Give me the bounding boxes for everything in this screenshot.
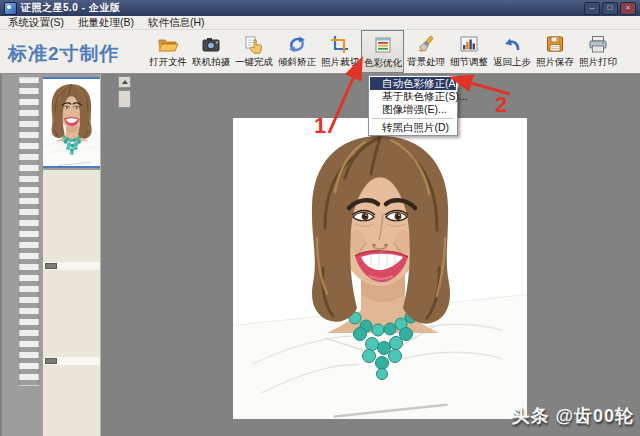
thumbnail-portrait — [43, 79, 100, 166]
workspace: 头条 @齿00轮 — [0, 74, 640, 436]
menu-item-image-enhance[interactable]: 图像增强(E)... — [370, 103, 456, 116]
scrollbar-thumb[interactable] — [118, 90, 131, 108]
filmstrip-empty-slot[interactable] — [43, 270, 100, 357]
toolbar-label: 照片打印 — [579, 55, 617, 68]
slot-handle — [45, 358, 57, 364]
menu-item-skin-tone-correct[interactable]: 基于肤色修正(S)... — [370, 90, 456, 103]
watermark-text: 头条 @齿00轮 — [511, 404, 634, 428]
toolbar-button-open-file[interactable]: 打开文件 — [146, 30, 189, 73]
scroll-up-button[interactable] — [118, 76, 131, 88]
detail-histogram-icon — [458, 33, 480, 54]
menu-separator — [372, 118, 454, 119]
app-icon — [4, 2, 17, 15]
toolbar-label: 返回上步 — [493, 55, 531, 68]
one-click-icon — [243, 33, 265, 54]
toolbar-button-color-optimize[interactable]: 色彩优化 — [361, 30, 404, 73]
toolbar-label: 打开文件 — [149, 55, 187, 68]
filmstrip-sidebar — [2, 74, 101, 436]
crop-icon — [329, 33, 351, 54]
toolbar-label: 色彩优化 — [364, 56, 402, 69]
toolbar-label: 细节调整 — [450, 55, 488, 68]
menu-item-convert-bw[interactable]: 转黑白照片(D) — [370, 121, 456, 134]
menu-software-info[interactable]: 软件信息(H) — [148, 16, 205, 30]
window-controls: – □ × — [584, 2, 636, 15]
toolbar-button-undo-step[interactable]: 返回上步 — [490, 30, 533, 73]
toolbar-button-photo-crop[interactable]: 照片裁切 — [318, 30, 361, 73]
toolbar-label: 倾斜矫正 — [278, 55, 316, 68]
camera-icon — [200, 33, 222, 54]
portrait-photo — [233, 118, 527, 419]
open-folder-icon — [157, 33, 179, 54]
filmstrip-empty-slot[interactable] — [43, 170, 100, 262]
toolbar-button-save-photo[interactable]: 照片保存 — [533, 30, 576, 73]
toolbar-button-print-photo[interactable]: 照片打印 — [576, 30, 619, 73]
app-window: 证照之星5.0 - 企业版 – □ × 系统设置(S) 批量处理(B) 软件信息… — [0, 0, 640, 436]
filmstrip-empty-slot[interactable] — [43, 365, 100, 436]
maximize-button[interactable]: □ — [602, 2, 618, 15]
photo-canvas[interactable] — [233, 118, 527, 419]
toolbar-label: 照片裁切 — [321, 55, 359, 68]
color-optimize-dropdown: 自动色彩修正(A) 基于肤色修正(S)... 图像增强(E)... 转黑白照片(… — [368, 75, 458, 136]
close-button[interactable]: × — [620, 2, 636, 15]
photo-thumbnail-selected[interactable] — [43, 77, 100, 168]
toolbar-label: 联机拍摄 — [192, 55, 230, 68]
window-title: 证照之星5.0 - 企业版 — [21, 1, 120, 15]
filmstrip-slots — [43, 74, 100, 436]
tilt-correct-icon — [286, 33, 308, 54]
toolbar-label: 照片保存 — [536, 55, 574, 68]
toolbar-button-background-process[interactable]: 背景处理 — [404, 30, 447, 73]
printer-icon — [587, 33, 609, 54]
minimize-button[interactable]: – — [584, 2, 600, 15]
slot-handle — [45, 263, 57, 269]
toolbar-button-tilt-correction[interactable]: 倾斜矫正 — [275, 30, 318, 73]
undo-arrow-icon — [501, 33, 523, 54]
toolbar-button-camera-capture[interactable]: 联机拍摄 — [189, 30, 232, 73]
mode-title: 标准2寸制作 — [8, 41, 120, 67]
toolbar-label: 一键完成 — [235, 55, 273, 68]
toolbar-button-one-click-finish[interactable]: 一键完成 — [232, 30, 275, 73]
titlebar: 证照之星5.0 - 企业版 – □ × — [0, 0, 640, 16]
toolbar-label: 背景处理 — [407, 55, 445, 68]
filmstrip-sprocket-holes — [19, 77, 39, 386]
background-brush-icon — [415, 33, 437, 54]
color-optimize-icon — [372, 34, 394, 55]
menubar: 系统设置(S) 批量处理(B) 软件信息(H) — [0, 16, 640, 30]
toolbar-buttons: 打开文件 联机拍摄 一键完成 倾斜矫正 — [146, 30, 619, 73]
save-disk-icon — [544, 33, 566, 54]
menu-batch-processing[interactable]: 批量处理(B) — [78, 16, 134, 30]
toolbar: 标准2寸制作 打开文件 联机拍摄 一键完成 — [0, 30, 640, 74]
menu-system-settings[interactable]: 系统设置(S) — [8, 16, 64, 30]
menu-item-auto-color-correct[interactable]: 自动色彩修正(A) — [370, 77, 456, 90]
toolbar-button-detail-adjust[interactable]: 细节调整 — [447, 30, 490, 73]
